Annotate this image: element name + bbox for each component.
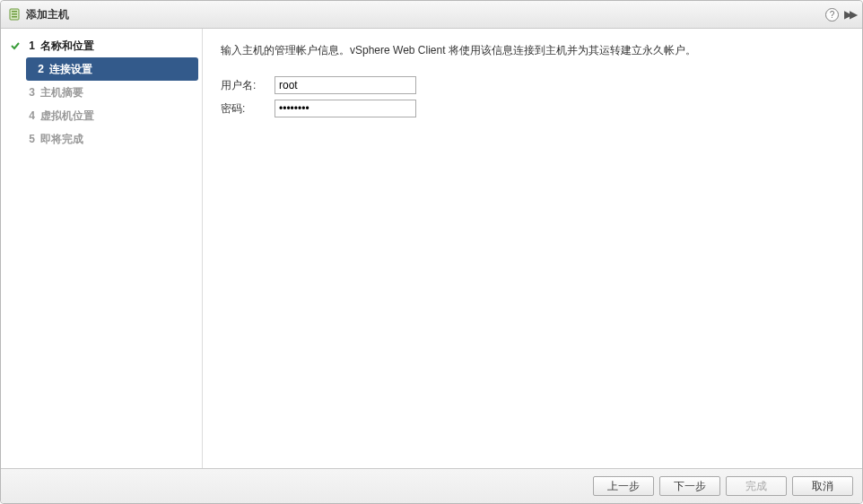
back-button[interactable]: 上一步 (593, 476, 654, 496)
step-number: 3 (22, 86, 35, 99)
password-input[interactable] (275, 100, 416, 117)
step-number: 4 (22, 109, 35, 122)
step-label: 名称和位置 (40, 39, 94, 54)
host-icon (8, 8, 21, 21)
next-button[interactable]: 下一步 (659, 476, 720, 496)
dialog-footer: 上一步 下一步 完成 取消 (1, 468, 862, 503)
username-row: 用户名: (221, 76, 844, 94)
step-label: 虚拟机位置 (40, 109, 94, 124)
username-label: 用户名: (221, 78, 275, 93)
wizard-step-ready-to-complete[interactable]: 5 即将完成 (1, 127, 202, 151)
wizard-step-host-summary[interactable]: 3 主机摘要 (1, 81, 202, 104)
wizard-step-vm-location[interactable]: 4 虚拟机位置 (1, 104, 202, 127)
cancel-button[interactable]: 取消 (792, 476, 853, 496)
wizard-content: 输入主机的管理帐户信息。vSphere Web Client 将使用该信息连接到… (203, 29, 862, 468)
dialog-title: 添加主机 (26, 7, 69, 22)
svg-rect-1 (12, 11, 17, 13)
svg-rect-2 (12, 13, 17, 15)
wizard-step-connection-settings[interactable]: 2 连接设置 (26, 57, 198, 81)
step-label: 连接设置 (49, 62, 92, 77)
svg-rect-3 (12, 16, 17, 18)
wizard-steps-sidebar: 1 名称和位置 2 连接设置 3 主机摘要 4 虚拟机位置 5 即将完成 (1, 29, 203, 468)
step-label: 主机摘要 (40, 85, 83, 100)
check-icon (8, 40, 22, 51)
step-number: 1 (22, 39, 35, 52)
titlebar: 添加主机 ? ▶▶ (1, 1, 862, 29)
password-row: 密码: (221, 100, 844, 117)
step-number: 5 (22, 133, 35, 145)
step-label: 即将完成 (40, 132, 83, 147)
wizard-step-name-location[interactable]: 1 名称和位置 (1, 34, 202, 57)
expand-icon[interactable]: ▶▶ (844, 8, 855, 21)
dialog-body: 1 名称和位置 2 连接设置 3 主机摘要 4 虚拟机位置 5 即将完成 (1, 29, 862, 468)
username-input[interactable] (275, 76, 416, 94)
add-host-dialog: 添加主机 ? ▶▶ 1 名称和位置 2 连接设置 (0, 0, 863, 504)
finish-button: 完成 (726, 476, 787, 496)
instruction-text: 输入主机的管理帐户信息。vSphere Web Client 将使用该信息连接到… (221, 43, 844, 58)
help-icon[interactable]: ? (825, 8, 839, 22)
password-label: 密码: (221, 101, 275, 117)
step-number: 2 (31, 63, 44, 75)
